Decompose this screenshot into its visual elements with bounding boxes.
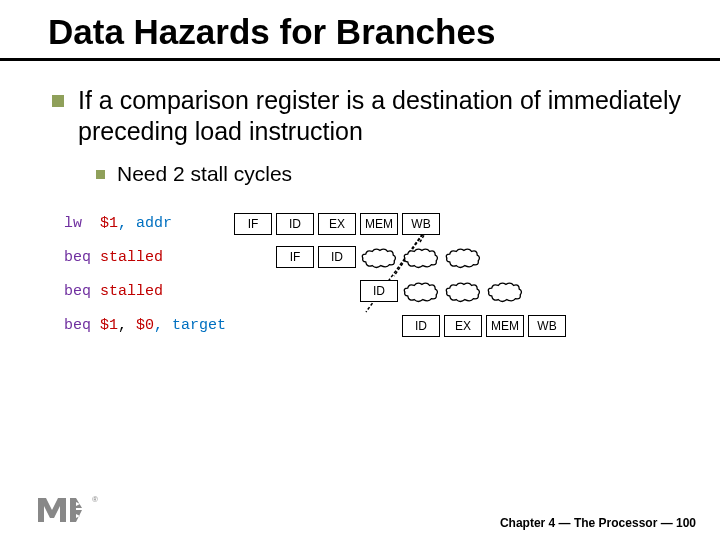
stage-wb: WB <box>528 315 566 337</box>
bubble-icon <box>486 280 524 304</box>
instruction-label: beq $1, $0, target <box>64 317 234 334</box>
footer: ® Chapter 4 — The Processor — 100 <box>36 492 696 530</box>
instruction-row: lw $1, addr IF ID EX MEM WB <box>64 206 688 242</box>
sub-bullet-text: Need 2 stall cycles <box>117 162 292 186</box>
stage-mem: MEM <box>360 213 398 235</box>
stall-label: stalled <box>100 249 163 266</box>
instruction-row: beq $1, $0, target ID EX MEM WB <box>64 308 688 344</box>
opcode: beq <box>64 283 91 300</box>
bubble-icon <box>360 246 398 270</box>
opcode: beq <box>64 249 91 266</box>
opcode: lw <box>64 215 82 232</box>
stage-if: IF <box>234 213 272 235</box>
operand: , addr <box>118 215 172 232</box>
stage-wb: WB <box>402 213 440 235</box>
slide: Data Hazards for Branches If a compariso… <box>0 0 720 540</box>
main-bullet: If a comparison register is a destinatio… <box>52 85 688 148</box>
bullet-icon <box>96 170 105 179</box>
svg-text:®: ® <box>92 495 98 504</box>
instruction-row: beq stalled ID <box>64 274 688 310</box>
stall-label: stalled <box>100 283 163 300</box>
stage-id: ID <box>318 246 356 268</box>
stage-mem: MEM <box>486 315 524 337</box>
publisher-logo: ® <box>36 492 106 530</box>
instruction-label: beq stalled <box>64 249 234 266</box>
instruction-label: beq stalled <box>64 283 234 300</box>
bubble-icon <box>402 280 440 304</box>
pipeline-stages: ID EX MEM WB <box>234 315 570 337</box>
pipeline-stages: IF ID <box>234 246 486 270</box>
stage-id: ID <box>360 280 398 302</box>
instruction-label: lw $1, addr <box>64 215 234 232</box>
pipeline-stages: IF ID EX MEM WB <box>234 213 444 235</box>
operand: , target <box>154 317 226 334</box>
register: $1 <box>100 215 118 232</box>
title-underline <box>0 58 720 61</box>
slide-title: Data Hazards for Branches <box>48 12 688 52</box>
sub-bullet: Need 2 stall cycles <box>96 162 688 186</box>
stage-id: ID <box>276 213 314 235</box>
register: $0 <box>136 317 154 334</box>
footer-chapter: Chapter 4 — The Processor — 100 <box>500 516 696 530</box>
main-bullet-text: If a comparison register is a destinatio… <box>78 85 688 148</box>
register: $1 <box>100 317 118 334</box>
bubble-icon <box>444 280 482 304</box>
opcode: beq <box>64 317 91 334</box>
pipeline-diagram: lw $1, addr IF ID EX MEM WB beq stalled … <box>64 206 688 344</box>
stage-id: ID <box>402 315 440 337</box>
pipeline-stages: ID <box>234 280 528 304</box>
stage-if: IF <box>276 246 314 268</box>
stage-ex: EX <box>444 315 482 337</box>
bullet-icon <box>52 95 64 107</box>
bubble-icon <box>444 246 482 270</box>
stage-ex: EX <box>318 213 356 235</box>
instruction-row: beq stalled IF ID <box>64 240 688 276</box>
bubble-icon <box>402 246 440 270</box>
